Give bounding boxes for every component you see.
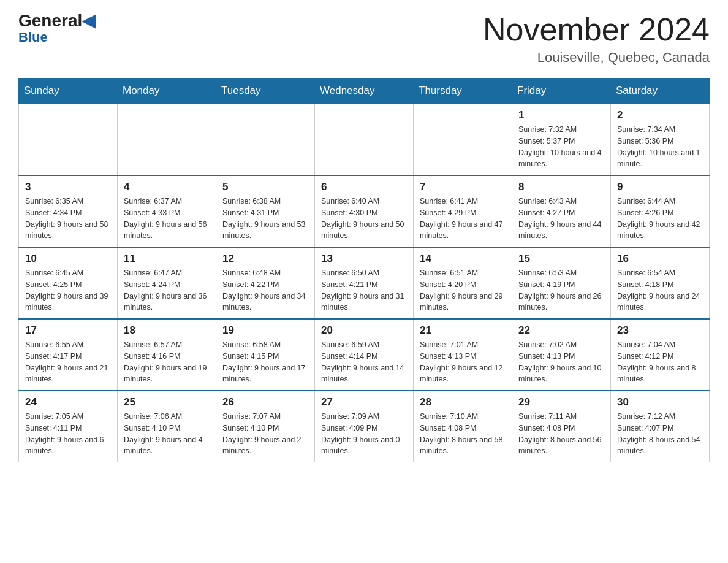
day-number: 20: [321, 324, 407, 337]
calendar-cell: 27Sunrise: 7:09 AM Sunset: 4:09 PM Dayli…: [315, 391, 414, 462]
day-info: Sunrise: 6:45 AM Sunset: 4:25 PM Dayligh…: [25, 267, 111, 313]
calendar-cell: 19Sunrise: 6:58 AM Sunset: 4:15 PM Dayli…: [216, 319, 315, 391]
logo-arrow-icon: ◀: [82, 11, 96, 30]
day-number: 16: [617, 253, 703, 265]
day-of-week-header: Wednesday: [315, 79, 414, 104]
day-info: Sunrise: 6:54 AM Sunset: 4:18 PM Dayligh…: [617, 267, 703, 313]
day-number: 23: [617, 324, 703, 337]
day-info: Sunrise: 6:50 AM Sunset: 4:21 PM Dayligh…: [321, 267, 407, 313]
day-number: 7: [420, 181, 506, 193]
day-info: Sunrise: 6:47 AM Sunset: 4:24 PM Dayligh…: [124, 267, 210, 313]
day-info: Sunrise: 7:10 AM Sunset: 4:08 PM Dayligh…: [420, 411, 506, 457]
calendar-cell: 10Sunrise: 6:45 AM Sunset: 4:25 PM Dayli…: [19, 247, 118, 319]
day-info: Sunrise: 6:38 AM Sunset: 4:31 PM Dayligh…: [222, 196, 308, 242]
calendar-week-row: 1Sunrise: 7:32 AM Sunset: 5:37 PM Daylig…: [19, 104, 710, 175]
day-of-week-header: Monday: [118, 79, 216, 104]
day-info: Sunrise: 7:02 AM Sunset: 4:13 PM Dayligh…: [518, 339, 604, 385]
calendar-cell: [216, 104, 315, 175]
calendar-cell: [118, 104, 216, 175]
calendar-cell: 28Sunrise: 7:10 AM Sunset: 4:08 PM Dayli…: [414, 391, 512, 462]
day-info: Sunrise: 6:53 AM Sunset: 4:19 PM Dayligh…: [518, 267, 604, 313]
calendar-cell: 17Sunrise: 6:55 AM Sunset: 4:17 PM Dayli…: [19, 319, 118, 391]
day-number: 5: [222, 181, 308, 193]
calendar-cell: [19, 104, 118, 175]
month-title: November 2024: [483, 12, 710, 47]
calendar-cell: 15Sunrise: 6:53 AM Sunset: 4:19 PM Dayli…: [512, 247, 611, 319]
calendar-cell: 18Sunrise: 6:57 AM Sunset: 4:16 PM Dayli…: [118, 319, 216, 391]
calendar-cell: 6Sunrise: 6:40 AM Sunset: 4:30 PM Daylig…: [315, 175, 414, 247]
title-section: November 2024 Louiseville, Quebec, Canad…: [483, 12, 710, 66]
calendar-cell: 22Sunrise: 7:02 AM Sunset: 4:13 PM Dayli…: [512, 319, 611, 391]
day-info: Sunrise: 6:59 AM Sunset: 4:14 PM Dayligh…: [321, 339, 407, 385]
day-number: 26: [222, 396, 308, 408]
day-number: 3: [25, 181, 111, 193]
calendar-cell: [414, 104, 512, 175]
logo-blue-text: Blue: [18, 29, 48, 45]
logo-general-text: General◀: [18, 12, 96, 29]
day-number: 14: [420, 253, 506, 265]
calendar-cell: 11Sunrise: 6:47 AM Sunset: 4:24 PM Dayli…: [118, 247, 216, 319]
day-number: 11: [124, 253, 210, 265]
day-info: Sunrise: 6:55 AM Sunset: 4:17 PM Dayligh…: [25, 339, 111, 385]
calendar-cell: 14Sunrise: 6:51 AM Sunset: 4:20 PM Dayli…: [414, 247, 512, 319]
location-title: Louiseville, Quebec, Canada: [483, 50, 710, 66]
day-info: Sunrise: 7:04 AM Sunset: 4:12 PM Dayligh…: [617, 339, 703, 385]
day-number: 19: [222, 324, 308, 337]
day-number: 6: [321, 181, 407, 193]
day-number: 18: [124, 324, 210, 337]
day-of-week-header: Friday: [512, 79, 611, 104]
day-info: Sunrise: 6:41 AM Sunset: 4:29 PM Dayligh…: [420, 196, 506, 242]
calendar-cell: 13Sunrise: 6:50 AM Sunset: 4:21 PM Dayli…: [315, 247, 414, 319]
day-info: Sunrise: 7:34 AM Sunset: 5:36 PM Dayligh…: [617, 124, 703, 170]
day-info: Sunrise: 6:40 AM Sunset: 4:30 PM Dayligh…: [321, 196, 407, 242]
day-number: 30: [617, 396, 703, 408]
calendar-cell: 2Sunrise: 7:34 AM Sunset: 5:36 PM Daylig…: [611, 104, 710, 175]
logo: General◀ Blue: [18, 12, 96, 45]
calendar-cell: 21Sunrise: 7:01 AM Sunset: 4:13 PM Dayli…: [414, 319, 512, 391]
calendar-cell: 23Sunrise: 7:04 AM Sunset: 4:12 PM Dayli…: [611, 319, 710, 391]
day-number: 12: [222, 253, 308, 265]
day-of-week-header: Thursday: [414, 79, 512, 104]
calendar-week-row: 17Sunrise: 6:55 AM Sunset: 4:17 PM Dayli…: [19, 319, 710, 391]
page-header: General◀ Blue November 2024 Louiseville,…: [18, 12, 710, 66]
day-number: 8: [518, 181, 604, 193]
day-info: Sunrise: 6:44 AM Sunset: 4:26 PM Dayligh…: [617, 196, 703, 242]
calendar-cell: 5Sunrise: 6:38 AM Sunset: 4:31 PM Daylig…: [216, 175, 315, 247]
calendar-cell: 24Sunrise: 7:05 AM Sunset: 4:11 PM Dayli…: [19, 391, 118, 462]
calendar-week-row: 3Sunrise: 6:35 AM Sunset: 4:34 PM Daylig…: [19, 175, 710, 247]
day-number: 21: [420, 324, 506, 337]
calendar-cell: 16Sunrise: 6:54 AM Sunset: 4:18 PM Dayli…: [611, 247, 710, 319]
day-of-week-header: Sunday: [19, 79, 118, 104]
day-of-week-header: Saturday: [611, 79, 710, 104]
day-number: 29: [518, 396, 604, 408]
day-of-week-header: Tuesday: [216, 79, 315, 104]
day-info: Sunrise: 6:57 AM Sunset: 4:16 PM Dayligh…: [124, 339, 210, 385]
calendar-table: SundayMondayTuesdayWednesdayThursdayFrid…: [18, 78, 710, 462]
calendar-cell: 29Sunrise: 7:11 AM Sunset: 4:08 PM Dayli…: [512, 391, 611, 462]
calendar-cell: 30Sunrise: 7:12 AM Sunset: 4:07 PM Dayli…: [611, 391, 710, 462]
day-info: Sunrise: 7:01 AM Sunset: 4:13 PM Dayligh…: [420, 339, 506, 385]
calendar-cell: 8Sunrise: 6:43 AM Sunset: 4:27 PM Daylig…: [512, 175, 611, 247]
calendar-cell: 12Sunrise: 6:48 AM Sunset: 4:22 PM Dayli…: [216, 247, 315, 319]
day-number: 28: [420, 396, 506, 408]
day-info: Sunrise: 6:51 AM Sunset: 4:20 PM Dayligh…: [420, 267, 506, 313]
day-info: Sunrise: 6:58 AM Sunset: 4:15 PM Dayligh…: [222, 339, 308, 385]
day-info: Sunrise: 6:35 AM Sunset: 4:34 PM Dayligh…: [25, 196, 111, 242]
day-info: Sunrise: 6:37 AM Sunset: 4:33 PM Dayligh…: [124, 196, 210, 242]
calendar-cell: 3Sunrise: 6:35 AM Sunset: 4:34 PM Daylig…: [19, 175, 118, 247]
calendar-cell: 1Sunrise: 7:32 AM Sunset: 5:37 PM Daylig…: [512, 104, 611, 175]
day-number: 10: [25, 253, 111, 265]
calendar-cell: 9Sunrise: 6:44 AM Sunset: 4:26 PM Daylig…: [611, 175, 710, 247]
day-number: 9: [617, 181, 703, 193]
day-number: 4: [124, 181, 210, 193]
day-info: Sunrise: 7:05 AM Sunset: 4:11 PM Dayligh…: [25, 411, 111, 457]
day-number: 13: [321, 253, 407, 265]
day-info: Sunrise: 7:11 AM Sunset: 4:08 PM Dayligh…: [518, 411, 604, 457]
calendar-header-row: SundayMondayTuesdayWednesdayThursdayFrid…: [19, 79, 710, 104]
day-number: 2: [617, 109, 703, 121]
calendar-cell: [315, 104, 414, 175]
day-info: Sunrise: 7:32 AM Sunset: 5:37 PM Dayligh…: [518, 124, 604, 170]
day-number: 15: [518, 253, 604, 265]
day-number: 27: [321, 396, 407, 408]
day-number: 1: [518, 109, 604, 121]
